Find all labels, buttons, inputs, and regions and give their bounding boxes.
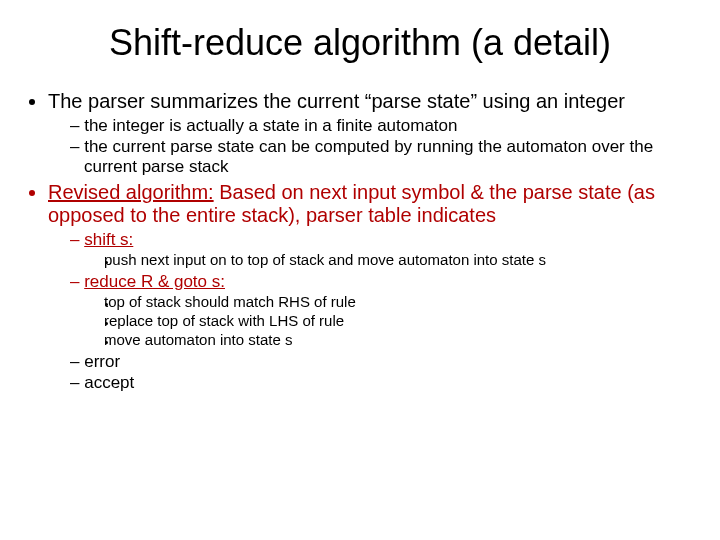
bullet-1a: the integer is actually a state in a fin… — [70, 116, 698, 136]
bullet-2a: shift s: push next input on to top of st… — [70, 230, 698, 269]
bullet-1b: the current parse state can be computed … — [70, 137, 698, 177]
bullet-2a1: push next input on to top of stack and m… — [118, 251, 698, 269]
bullet-2b-label: reduce R & goto s: — [84, 272, 225, 291]
bullet-2d: accept — [70, 373, 698, 393]
bullet-2b-sublist: top of stack should match RHS of rule re… — [84, 293, 698, 349]
bullet-2c: error — [70, 352, 698, 372]
bullet-2-lead: Revised algorithm: — [48, 181, 214, 203]
bullet-1-sublist: the integer is actually a state in a fin… — [48, 116, 698, 177]
slide: Shift-reduce algorithm (a detail) The pa… — [0, 0, 720, 540]
bullet-2a-label: shift s: — [84, 230, 133, 249]
bullet-list-level1: The parser summarizes the current “parse… — [22, 90, 698, 393]
bullet-2: Revised algorithm: Based on next input s… — [48, 181, 698, 393]
bullet-1: The parser summarizes the current “parse… — [48, 90, 698, 177]
bullet-2b: reduce R & goto s: top of stack should m… — [70, 272, 698, 349]
bullet-2b2: replace top of stack with LHS of rule — [118, 312, 698, 330]
bullet-2b1: top of stack should match RHS of rule — [118, 293, 698, 311]
bullet-2b3: move automaton into state s — [118, 331, 698, 349]
bullet-2-sublist: shift s: push next input on to top of st… — [48, 230, 698, 393]
bullet-2a-sublist: push next input on to top of stack and m… — [84, 251, 698, 269]
bullet-1-text: The parser summarizes the current “parse… — [48, 90, 625, 112]
slide-title: Shift-reduce algorithm (a detail) — [22, 22, 698, 64]
